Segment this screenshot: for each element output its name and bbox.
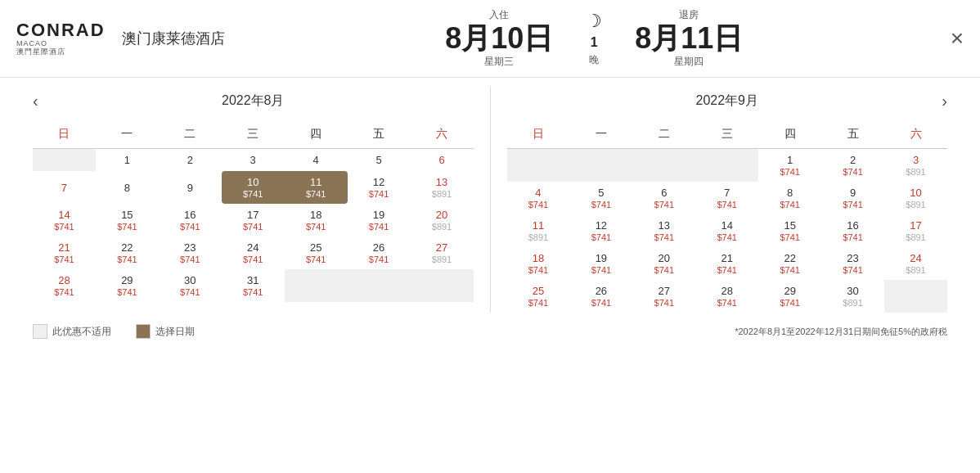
september-nav: 2022年9月 › — [507, 86, 948, 115]
calendar-cell[interactable]: 12$741 — [569, 214, 632, 247]
calendar-cell[interactable]: 21$741 — [695, 247, 758, 280]
calendar-cell[interactable]: 15$741 — [96, 204, 159, 236]
calendar-cell[interactable]: 5$741 — [569, 182, 632, 214]
calendar-cell[interactable]: 8$741 — [758, 182, 821, 214]
day-number: 9 — [160, 182, 220, 194]
calendar-cell[interactable]: 10$741 — [222, 171, 285, 204]
day-number: 21 — [34, 241, 94, 254]
day-number: 8 — [760, 187, 820, 199]
day-price: $741 — [286, 189, 346, 199]
day-number: 15 — [760, 219, 820, 232]
calendar-cell[interactable]: 29$741 — [758, 280, 821, 313]
calendar-cell[interactable]: 7 — [33, 171, 96, 204]
day-price: $741 — [509, 200, 569, 209]
calendar-cell[interactable]: 1 — [96, 149, 159, 172]
calendar-cell[interactable]: 16$741 — [159, 204, 222, 236]
calendar-cell[interactable]: 30$891 — [821, 280, 884, 313]
day-number: 17 — [223, 209, 283, 221]
day-number: 22 — [760, 252, 820, 264]
day-number: 8 — [97, 182, 157, 194]
calendar-cell[interactable]: 26$741 — [569, 280, 632, 313]
calendar-cell[interactable]: 9 — [159, 171, 222, 204]
calendar-cell[interactable]: 11$891 — [507, 214, 570, 247]
calendar-cell[interactable]: 20$891 — [411, 204, 474, 236]
calendar-cell[interactable]: 6$741 — [632, 182, 695, 214]
calendar-cell[interactable]: 2 — [159, 149, 222, 172]
checkin-weekday: 星期三 — [445, 55, 553, 69]
calendar-cell[interactable]: 14$741 — [33, 204, 96, 236]
calendar-cell[interactable]: 24$891 — [884, 247, 947, 280]
calendar-cell[interactable]: 16$741 — [821, 214, 884, 247]
next-month-button[interactable]: › — [933, 88, 955, 114]
day-price: $741 — [571, 232, 631, 242]
day-price: $741 — [760, 265, 820, 275]
nights-block: ☽ 1 晚 — [586, 11, 602, 67]
calendar-cell[interactable]: 26$741 — [348, 236, 411, 269]
prev-month-button[interactable]: ‹ — [25, 88, 47, 114]
calendar-cell[interactable]: 30$741 — [159, 269, 222, 302]
selected-label: 选择日期 — [155, 325, 195, 339]
calendar-cell[interactable]: 13$891 — [411, 171, 474, 204]
calendar-cell[interactable]: 25$741 — [285, 236, 348, 269]
calendar-cell[interactable]: 18$741 — [285, 204, 348, 236]
calendar-cell[interactable]: 28$741 — [695, 280, 758, 313]
calendar-cell[interactable]: 22$741 — [758, 247, 821, 280]
calendar-cell[interactable]: 3$891 — [884, 149, 947, 182]
calendar-cell[interactable]: 3 — [222, 149, 285, 172]
col-header-6: 六 — [411, 124, 474, 149]
day-price: $741 — [223, 287, 283, 297]
day-number: 13 — [412, 176, 472, 188]
day-number: 19 — [571, 252, 631, 264]
calendar-cell[interactable]: 15$741 — [758, 214, 821, 247]
calendar-cell[interactable]: 24$741 — [222, 236, 285, 269]
calendar-cell[interactable]: 29$741 — [96, 269, 159, 302]
day-price: $741 — [509, 298, 569, 308]
calendar-cell[interactable]: 31$741 — [222, 269, 285, 302]
calendar-cell[interactable]: 14$741 — [695, 214, 758, 247]
legend-unavailable: 此优惠不适用 — [33, 324, 111, 339]
calendar-cell[interactable]: 19$741 — [348, 204, 411, 236]
selected-swatch — [136, 324, 151, 339]
calendar-cell[interactable]: 25$741 — [507, 280, 570, 313]
calendar-cell[interactable]: 27$891 — [411, 236, 474, 269]
calendar-cell[interactable]: 23$741 — [159, 236, 222, 269]
calendar-cell[interactable]: 7$741 — [695, 182, 758, 214]
september-grid: 日一二三四五六 1$7412$7413$8914$7415$7416$7417$… — [507, 124, 948, 313]
unavailable-swatch — [33, 324, 47, 339]
calendar-cell[interactable]: 28$741 — [33, 269, 96, 302]
calendar-cell[interactable]: 9$741 — [821, 182, 884, 214]
calendar-cell[interactable]: 17$741 — [222, 204, 285, 236]
calendar-cell[interactable]: 23$741 — [821, 247, 884, 280]
calendar-cell[interactable]: 21$741 — [33, 236, 96, 269]
calendar-cell[interactable]: 2$741 — [821, 149, 884, 182]
day-number: 29 — [760, 285, 820, 297]
calendar-cell[interactable]: 17$891 — [884, 214, 947, 247]
calendar-cell[interactable]: 27$741 — [632, 280, 695, 313]
calendar-cell[interactable]: 10$891 — [884, 182, 947, 214]
calendar-cell[interactable]: 1$741 — [758, 149, 821, 182]
calendar-cell[interactable]: 4$741 — [507, 182, 570, 214]
calendar-cell[interactable]: 13$741 — [632, 214, 695, 247]
legend-selected: 选择日期 — [136, 324, 195, 339]
calendar-cell[interactable]: 20$741 — [632, 247, 695, 280]
col-header-0: 日 — [507, 124, 570, 149]
calendar-cell[interactable]: 6 — [411, 149, 474, 172]
col-header-2: 二 — [159, 124, 222, 149]
day-price: $891 — [412, 189, 472, 199]
day-price: $741 — [634, 298, 694, 308]
checkout-block: 退房 8月11日 星期四 — [635, 8, 743, 69]
calendar-cell[interactable]: 22$741 — [96, 236, 159, 269]
day-price: $741 — [160, 287, 220, 297]
close-button[interactable]: × — [951, 27, 964, 50]
day-number: 12 — [349, 176, 409, 188]
day-price: $741 — [760, 298, 820, 308]
calendar-cell[interactable]: 5 — [348, 149, 411, 172]
calendar-cell[interactable]: 18$741 — [507, 247, 570, 280]
day-number: 18 — [286, 209, 346, 221]
calendar-cell[interactable]: 8 — [96, 171, 159, 204]
calendar-cell[interactable]: 19$741 — [569, 247, 632, 280]
calendar-cell[interactable]: 12$741 — [348, 171, 411, 204]
calendar-cell[interactable]: 11$741 — [285, 171, 348, 204]
calendar-cell — [695, 149, 758, 182]
calendar-cell[interactable]: 4 — [285, 149, 348, 172]
